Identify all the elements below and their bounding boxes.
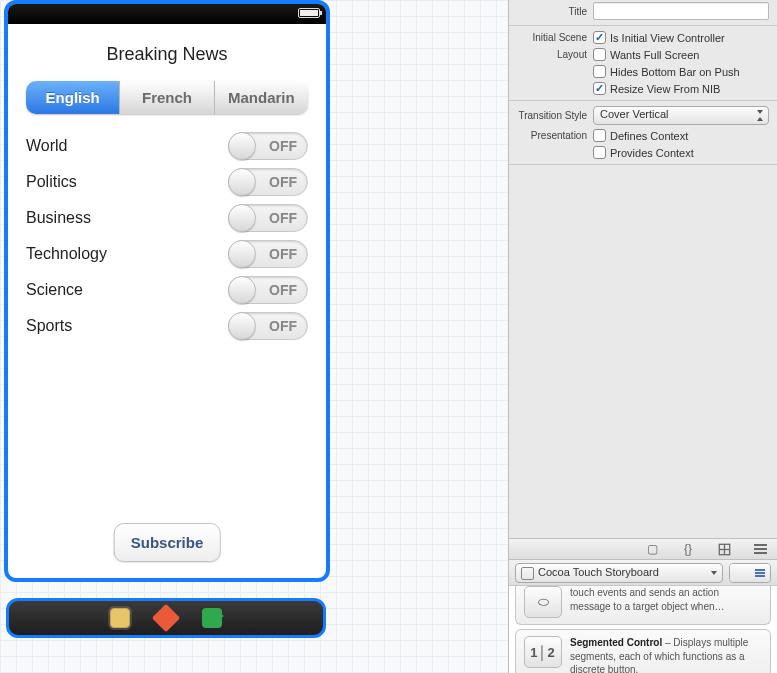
storyboard-canvas[interactable]: Breaking News English French Mandarin Wo… [0, 0, 508, 673]
checkbox-label: Hides Bottom Bar on Push [610, 66, 740, 78]
code-snippet-icon[interactable]: {} [681, 542, 695, 556]
toggle-science[interactable]: OFF [228, 276, 308, 304]
iphone-scene[interactable]: Breaking News English French Mandarin Wo… [4, 0, 330, 582]
category-row-world: World OFF [26, 128, 308, 164]
screen-title: Breaking News [26, 44, 308, 65]
media-library-icon[interactable] [753, 542, 767, 556]
library-item-desc: touch events and sends an action message… [570, 586, 762, 618]
category-label: Technology [26, 245, 107, 263]
category-row-sports: Sports OFF [26, 308, 308, 344]
field-label-title: Title [509, 6, 593, 17]
checkbox-label: Is Initial View Controller [610, 32, 725, 44]
library-item-segmented-control[interactable]: 1│2 Segmented Control – Displays multipl… [515, 629, 771, 673]
checkbox-wants-full-screen[interactable] [593, 48, 606, 61]
attributes-inspector: Title Initial Scene Is Initial View Cont… [508, 0, 777, 673]
category-row-technology: Technology OFF [26, 236, 308, 272]
object-library-icon[interactable] [717, 542, 731, 556]
field-label-transition: Transition Style [509, 110, 593, 121]
category-label: World [26, 137, 68, 155]
segmented-thumb-icon: 1│2 [524, 636, 562, 668]
inspector-blank-area [509, 168, 777, 538]
checkbox-resize-from-nib[interactable] [593, 82, 606, 95]
field-label-layout: Layout [509, 49, 593, 60]
first-responder-icon[interactable] [110, 608, 130, 628]
segment-english[interactable]: English [26, 81, 120, 114]
grid-view-button[interactable] [730, 564, 750, 582]
field-label-initial-scene: Initial Scene [509, 32, 593, 43]
category-row-business: Business OFF [26, 200, 308, 236]
checkbox-defines-context[interactable] [593, 129, 606, 142]
library-filter-select[interactable]: Cocoa Touch Storyboard [515, 563, 723, 583]
category-row-science: Science OFF [26, 272, 308, 308]
toggle-world[interactable]: OFF [228, 132, 308, 160]
toggle-sports[interactable]: OFF [228, 312, 308, 340]
transition-style-select[interactable]: Cover Vertical [593, 106, 769, 125]
library-item-button[interactable]: ⬭ touch events and sends an action messa… [515, 586, 771, 625]
button-thumb-icon: ⬭ [524, 586, 562, 618]
language-segmented-control[interactable]: English French Mandarin [26, 81, 308, 114]
library-filter-bar: Cocoa Touch Storyboard [509, 560, 777, 586]
exit-icon[interactable] [202, 608, 222, 628]
toggle-business[interactable]: OFF [228, 204, 308, 232]
checkbox-hides-bottom-bar[interactable] [593, 65, 606, 78]
segment-mandarin[interactable]: Mandarin [215, 81, 308, 114]
checkbox-label: Defines Context [610, 130, 688, 142]
checkbox-provides-context[interactable] [593, 146, 606, 159]
list-view-button[interactable] [750, 564, 770, 582]
category-label: Science [26, 281, 83, 299]
library-view-toggle [729, 563, 771, 583]
utility-tabbar: ▢ {} [509, 538, 777, 560]
checkbox-label: Resize View From NIB [610, 83, 720, 95]
checkbox-is-initial-vc[interactable] [593, 31, 606, 44]
statusbar [8, 4, 326, 24]
view-controller-icon[interactable] [152, 604, 180, 632]
checkbox-label: Provides Context [610, 147, 694, 159]
scene-dock[interactable] [6, 598, 326, 638]
segment-french[interactable]: French [120, 81, 214, 114]
toggle-technology[interactable]: OFF [228, 240, 308, 268]
title-input[interactable] [593, 2, 769, 20]
category-label: Sports [26, 317, 72, 335]
library-item-title: Segmented Control [570, 637, 662, 648]
object-library-list[interactable]: ⬭ touch events and sends an action messa… [509, 586, 777, 673]
toggle-politics[interactable]: OFF [228, 168, 308, 196]
field-label-presentation: Presentation [509, 130, 593, 141]
file-template-icon[interactable]: ▢ [645, 542, 659, 556]
category-label: Business [26, 209, 91, 227]
checkbox-label: Wants Full Screen [610, 49, 699, 61]
category-label: Politics [26, 173, 77, 191]
category-row-politics: Politics OFF [26, 164, 308, 200]
subscribe-button[interactable]: Subscribe [114, 523, 221, 562]
battery-icon [298, 8, 320, 18]
